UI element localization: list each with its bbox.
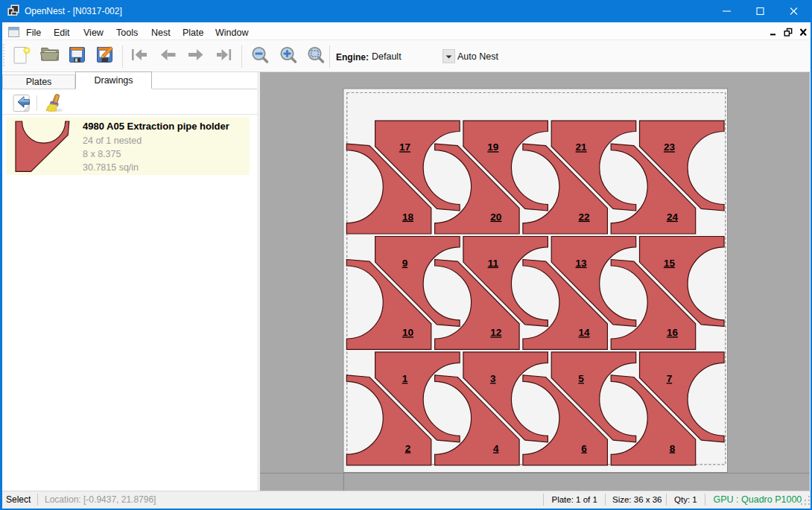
svg-text:16: 16 <box>667 327 679 338</box>
svg-text:5: 5 <box>578 373 584 384</box>
svg-text:20: 20 <box>490 211 501 223</box>
svg-text:3: 3 <box>490 373 496 384</box>
svg-text:8: 8 <box>670 443 676 454</box>
svg-text:6: 6 <box>581 443 587 454</box>
svg-text:12: 12 <box>490 327 501 338</box>
svg-text:21: 21 <box>576 141 588 153</box>
svg-text:4: 4 <box>493 443 499 454</box>
svg-text:18: 18 <box>402 211 414 223</box>
svg-text:11: 11 <box>488 258 499 269</box>
svg-text:1: 1 <box>402 373 408 384</box>
svg-text:14: 14 <box>579 327 591 338</box>
svg-text:7: 7 <box>667 373 673 384</box>
svg-text:17: 17 <box>399 141 410 153</box>
svg-text:23: 23 <box>664 141 676 153</box>
svg-text:13: 13 <box>576 258 588 269</box>
svg-text:10: 10 <box>402 327 413 338</box>
svg-text:15: 15 <box>664 258 676 269</box>
svg-text:19: 19 <box>487 141 498 153</box>
svg-text:9: 9 <box>402 258 408 269</box>
svg-text:24: 24 <box>667 211 679 223</box>
svg-text:22: 22 <box>579 211 590 223</box>
svg-text:2: 2 <box>405 443 411 454</box>
